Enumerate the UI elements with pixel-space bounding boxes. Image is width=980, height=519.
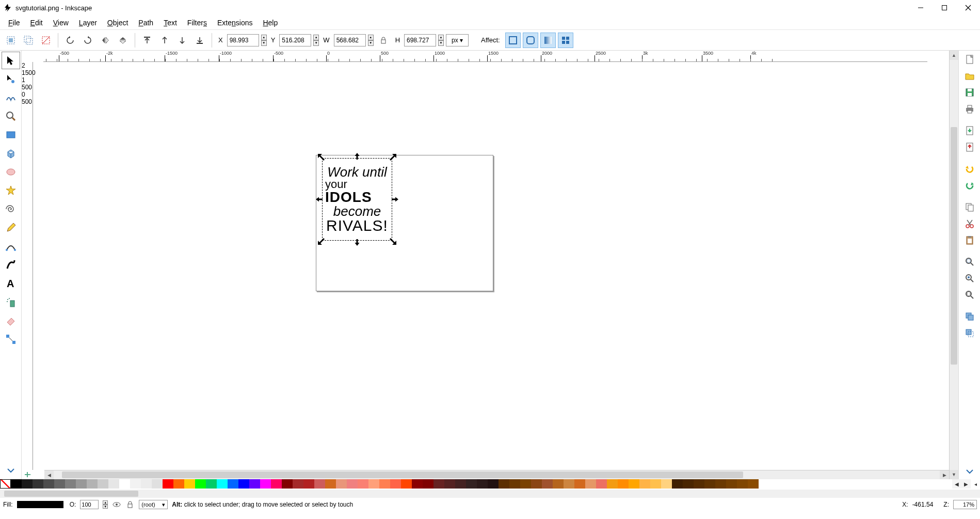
color-swatch[interactable] — [672, 479, 683, 489]
layer-lock-icon[interactable] — [125, 500, 135, 509]
menu-filters[interactable]: Filters — [182, 17, 212, 29]
y-input[interactable] — [279, 34, 311, 46]
node-tool[interactable] — [2, 70, 20, 88]
y-spinner[interactable]: ▲▼ — [313, 35, 319, 46]
select-all-layers-button[interactable] — [21, 33, 36, 48]
opacity-spinner[interactable]: ▲▼ — [103, 500, 108, 509]
color-swatch[interactable] — [455, 479, 466, 489]
color-swatch[interactable] — [336, 479, 347, 489]
color-swatch[interactable] — [76, 479, 87, 489]
save-button[interactable] — [961, 85, 978, 100]
box3d-tool[interactable] — [2, 145, 20, 162]
scrollbar-horizontal[interactable]: ◀ ▶ — [44, 470, 949, 479]
scroll-right-button[interactable]: ▶ — [940, 470, 949, 479]
ruler-vertical[interactable]: 2150015000500 — [22, 62, 33, 470]
color-swatch[interactable] — [87, 479, 98, 489]
color-swatch[interactable] — [260, 479, 271, 489]
affect-gradient-button[interactable] — [540, 33, 556, 48]
commands-expand[interactable] — [961, 464, 978, 479]
color-swatch[interactable] — [293, 479, 303, 489]
color-swatch[interactable] — [433, 479, 444, 489]
zoom-drawing-button[interactable] — [961, 271, 978, 286]
print-button[interactable] — [961, 101, 978, 117]
color-swatch[interactable] — [737, 479, 748, 489]
scroll-h-thumb[interactable] — [62, 471, 743, 478]
export-button[interactable] — [961, 139, 978, 155]
color-swatch[interactable] — [228, 479, 238, 489]
color-swatch[interactable] — [358, 479, 368, 489]
color-swatch[interactable] — [390, 479, 401, 489]
zoom-tool[interactable] — [2, 107, 20, 125]
flip-horizontal-button[interactable] — [98, 33, 113, 48]
color-swatch[interactable] — [303, 479, 314, 489]
lower-to-bottom-button[interactable] — [192, 33, 207, 48]
color-swatch[interactable] — [715, 479, 726, 489]
star-tool[interactable] — [2, 182, 20, 199]
zoom-input[interactable] — [953, 500, 977, 509]
ruler-horizontal[interactable]: -500-2k-1500-1000-5000500100015002000250… — [43, 51, 927, 62]
color-swatch[interactable] — [466, 479, 477, 489]
color-swatch[interactable] — [108, 479, 119, 489]
spiral-tool[interactable] — [2, 200, 20, 218]
color-swatch[interactable] — [22, 479, 33, 489]
palette-menu-button[interactable]: ◂ — [971, 479, 980, 489]
color-swatch[interactable] — [639, 479, 650, 489]
copy-button[interactable] — [961, 199, 978, 215]
scroll-down-button[interactable]: ▼ — [950, 470, 958, 479]
x-spinner[interactable]: ▲▼ — [261, 35, 267, 46]
color-swatch[interactable] — [119, 479, 130, 489]
color-swatch[interactable] — [564, 479, 574, 489]
flip-vertical-button[interactable] — [115, 33, 131, 48]
color-swatch[interactable] — [249, 479, 260, 489]
scrollbar-vertical[interactable]: ▲ ▼ — [949, 51, 958, 479]
color-swatch[interactable] — [347, 479, 358, 489]
paste-button[interactable] — [961, 232, 978, 248]
scroll-h-track[interactable] — [54, 470, 940, 479]
import-button[interactable] — [961, 123, 978, 138]
color-swatch[interactable] — [694, 479, 704, 489]
minimize-button[interactable] — [909, 0, 933, 15]
menu-path[interactable]: Path — [133, 17, 158, 29]
color-swatch[interactable] — [520, 479, 531, 489]
color-swatch[interactable] — [596, 479, 607, 489]
scroll-v-track[interactable] — [950, 60, 958, 470]
color-swatch[interactable] — [206, 479, 217, 489]
color-swatch[interactable] — [704, 479, 715, 489]
x-input[interactable] — [227, 34, 259, 46]
menu-object[interactable]: Object — [102, 17, 133, 29]
color-swatch[interactable] — [488, 479, 499, 489]
color-swatch[interactable] — [542, 479, 553, 489]
color-swatch[interactable] — [618, 479, 629, 489]
color-swatch[interactable] — [401, 479, 412, 489]
tweak-tool[interactable] — [2, 89, 20, 106]
color-swatch[interactable] — [282, 479, 293, 489]
undo-button[interactable] — [961, 161, 978, 177]
color-swatch[interactable] — [130, 479, 141, 489]
color-swatch[interactable] — [499, 479, 509, 489]
color-swatch[interactable] — [585, 479, 596, 489]
rotate-cw-button[interactable] — [80, 33, 95, 48]
layer-select[interactable]: (root)▾ — [139, 500, 168, 509]
redo-button[interactable] — [961, 178, 978, 193]
lower-button[interactable] — [174, 33, 190, 48]
selector-tool[interactable] — [2, 52, 20, 69]
selection-bbox[interactable]: Work until your IDOLS become RIVALS! — [319, 155, 395, 244]
lock-aspect-button[interactable] — [376, 33, 391, 48]
close-button[interactable] — [956, 0, 980, 15]
bezier-tool[interactable] — [2, 238, 20, 255]
w-input[interactable] — [334, 34, 366, 46]
scroll-left-button[interactable]: ◀ — [44, 470, 54, 479]
units-select[interactable]: px ▾ — [446, 34, 469, 46]
color-swatch[interactable] — [629, 479, 639, 489]
color-swatch[interactable] — [195, 479, 206, 489]
color-swatch[interactable] — [271, 479, 282, 489]
no-color-swatch[interactable] — [0, 479, 11, 489]
color-swatch[interactable] — [184, 479, 195, 489]
raise-button[interactable] — [157, 33, 172, 48]
select-all-button[interactable] — [3, 33, 19, 48]
cut-button[interactable] — [961, 216, 978, 231]
zoom-page-button[interactable] — [961, 287, 978, 303]
color-swatch[interactable] — [477, 479, 488, 489]
zoom-selection-button[interactable] — [961, 254, 978, 270]
calligraphy-tool[interactable] — [2, 256, 20, 274]
